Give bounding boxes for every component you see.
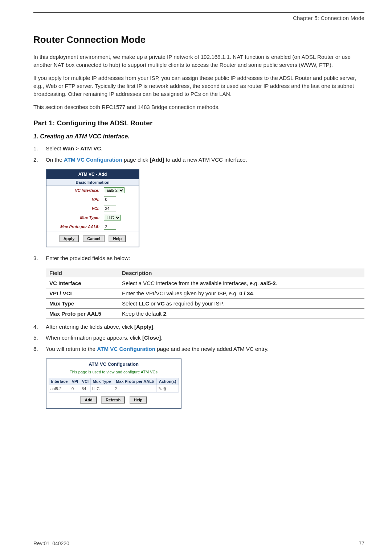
intro-para-1: In this deployment environment, we make … [33,53,364,69]
intro-para-3: This section describes both RFC1577 and … [33,103,364,111]
step-6-text: You will return to the ATM VC Configurat… [46,345,364,353]
max-proto-input[interactable] [104,224,116,230]
delete-icon[interactable] [163,386,167,391]
step-number: 6. [33,345,46,353]
chapter-label: Chapter 5: Connection Mode [33,15,364,21]
step-number: 3. [33,254,46,263]
mux-type-label: Mux Type: [46,213,102,222]
atm-vc-config-link: ATM VC Configuration [97,346,155,352]
atm-vc-config-panel: ATM VC Configuration This page is used t… [46,358,181,409]
col-interface: Interface [49,378,70,385]
vpi-label: VPI: [46,195,102,204]
add-button[interactable]: Add [80,396,97,404]
vci-label: VCI: [46,204,102,213]
part1-subheading: 1. Creating an ATM VCC interface. [33,133,364,140]
intro-para-2: If you apply for multiple IP addresses f… [33,74,364,98]
atm-vc-config-link: ATM VC Configuration [64,157,122,163]
table-row: Mux Type Select LLC or VC as required by… [46,299,364,309]
step-5-text: When confirmation page appears, click [C… [46,333,364,342]
max-proto-label: Max Proto per AAL5: [46,222,102,231]
table-row: Max Proto per AAL5 Keep the default 2. [46,309,364,319]
atm-conf-desc: This page is used to view and configure … [46,368,181,378]
col-maxproto: Max Proto per AAL5 [113,378,157,385]
col-actions: Action(s) [157,378,179,385]
atm-add-title: ATM VC - Add [46,170,139,179]
step-3-text: Enter the provided fields as below: [46,254,364,263]
col-description: Description [118,268,364,278]
cancel-button[interactable]: Cancel [83,235,105,242]
step-number: 1. [33,144,46,153]
col-vpi: VPI [70,378,80,385]
step-number: 4. [33,323,46,331]
mux-type-select[interactable]: LLC [104,215,121,220]
help-button[interactable]: Help [130,396,147,404]
col-vci: VCI [80,378,91,385]
table-row: VC Interface Select a VCC interface from… [46,278,364,288]
table-row: aal5-2 0 34 LLC 2 [49,385,179,393]
atm-conf-title: ATM VC Configuration [46,359,181,368]
help-button[interactable]: Help [109,235,126,242]
vpi-input[interactable] [104,197,116,202]
step-4-text: After entering the fields above, click [… [46,323,364,331]
revision-label: Rev:01_040220 [33,540,69,546]
refresh-button[interactable]: Refresh [101,396,125,404]
step-1-text: Select Wan > ATM VC. [46,144,364,153]
basic-info-header: Basic Information [46,179,139,186]
vci-input[interactable] [104,206,116,211]
page-title: Router Connection Mode [33,34,364,45]
apply-button[interactable]: Apply [59,235,79,242]
step-number: 5. [33,333,46,342]
vc-interface-select[interactable]: aal5-2 [104,187,124,193]
step-2-text: On the ATM VC Configuration page click [… [46,155,364,164]
col-mux: Mux Type [90,378,113,385]
page-number: 77 [359,540,364,546]
step-number: 2. [33,155,46,164]
atm-vc-add-panel: ATM VC - Add Basic Information VC Interf… [46,169,139,247]
field-description-table: Field Description VC Interface Select a … [46,268,364,319]
col-field: Field [46,268,118,278]
table-row: VPI / VCI Enter the VPI/VCI values given… [46,288,364,299]
vc-interface-label: VC Interface: [46,186,102,195]
part1-heading: Part 1: Configuring the ADSL Router [33,119,364,127]
edit-icon[interactable] [158,386,162,391]
